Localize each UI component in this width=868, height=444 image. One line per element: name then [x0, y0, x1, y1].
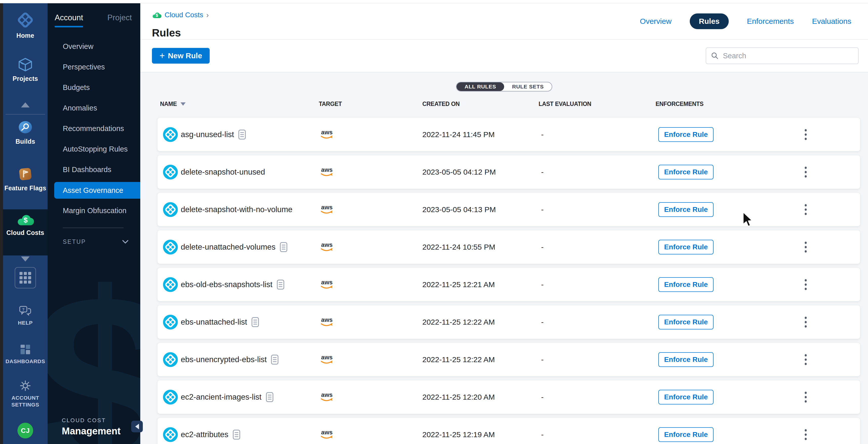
search-input[interactable]: [722, 52, 854, 60]
created-on-value: 2023-05-05 04:13 PM: [422, 205, 496, 214]
row-menu-button[interactable]: [801, 242, 811, 253]
sidebar-item-cloud-costs[interactable]: $ Cloud Costs: [3, 212, 48, 236]
page-title: Rules: [152, 27, 181, 39]
svg-text:aws: aws: [321, 391, 333, 398]
aws-logo-icon: aws: [319, 166, 335, 178]
svg-text:aws: aws: [321, 241, 333, 248]
sidebar-item-feature-flags[interactable]: Feature Flags: [3, 166, 48, 192]
rule-name[interactable]: ec2-attributes: [181, 430, 228, 439]
dashboards-icon: [20, 344, 31, 355]
row-menu-button[interactable]: [801, 204, 811, 215]
tab-account[interactable]: Account: [55, 13, 83, 27]
nav-item-budgets[interactable]: Budgets: [48, 77, 140, 98]
last-evaluation-value: -: [541, 430, 544, 439]
rule-row[interactable]: ec2-attributes aws 2022-11-25 1: [157, 418, 860, 444]
tab-enforcements[interactable]: Enforcements: [747, 17, 794, 26]
module-picker-button[interactable]: [15, 267, 36, 288]
rule-name[interactable]: ec2-ancient-images-list: [181, 392, 261, 402]
rule-row[interactable]: delete-snapshot-with-no-volume aws: [157, 193, 860, 226]
nav-item-asset-governance[interactable]: Asset Governance: [54, 182, 140, 199]
rule-row[interactable]: ec2-ancient-images-list aws 202: [157, 380, 860, 414]
rail-scroll-up-icon[interactable]: [21, 102, 30, 108]
nav-item-perspectives[interactable]: Perspectives: [48, 57, 140, 77]
user-avatar[interactable]: CJ: [18, 423, 33, 438]
row-menu-button[interactable]: [801, 429, 811, 440]
setup-section-toggle[interactable]: SETUP: [63, 236, 129, 248]
tab-project[interactable]: Project: [107, 13, 132, 27]
sidebar-item-home[interactable]: Home: [3, 11, 48, 39]
chevron-left-icon: [135, 424, 139, 429]
enforce-rule-button[interactable]: Enforce Rule: [658, 202, 714, 217]
rule-name[interactable]: ebs-old-ebs-snapshots-list: [181, 280, 273, 289]
description-icon[interactable]: [251, 317, 259, 327]
rule-row[interactable]: ebs-unattached-list aws 2022-11: [157, 305, 860, 339]
rule-name[interactable]: delete-unattached-volumes: [181, 242, 276, 251]
rule-row[interactable]: ebs-old-ebs-snapshots-list aws: [157, 268, 860, 301]
nav-item-overview[interactable]: Overview: [48, 36, 140, 57]
description-icon[interactable]: [280, 242, 288, 253]
sidebar-item-account-settings[interactable]: ACCOUNT SETTINGS: [3, 380, 48, 408]
sort-desc-icon: [181, 102, 186, 106]
rule-name[interactable]: delete-snapshot-unused: [181, 168, 265, 177]
nav-item-anomalies[interactable]: Anomalies: [48, 98, 140, 118]
rail-scroll-down-icon[interactable]: [21, 257, 30, 262]
rule-icon: [162, 277, 178, 292]
row-menu-button[interactable]: [801, 392, 811, 403]
enforce-rule-button[interactable]: Enforce Rule: [658, 165, 714, 179]
enforce-rule-button[interactable]: Enforce Rule: [658, 390, 714, 405]
enforce-rule-button[interactable]: Enforce Rule: [658, 240, 714, 255]
row-menu-button[interactable]: [801, 167, 811, 178]
rule-name[interactable]: asg-unused-list: [181, 130, 234, 139]
aws-logo-icon: aws: [319, 316, 335, 328]
rule-name[interactable]: ebs-unencrypted-ebs-list: [181, 355, 267, 364]
rule-name[interactable]: delete-snapshot-with-no-volume: [181, 205, 292, 214]
plus-icon: +: [159, 51, 165, 60]
nav-item-bi-dashboards[interactable]: BI Dashboards: [48, 159, 140, 180]
description-icon[interactable]: [266, 392, 274, 403]
created-on-value: 2022-11-25 12:21 AM: [422, 280, 495, 289]
new-rule-button[interactable]: + New Rule: [152, 48, 210, 64]
description-icon[interactable]: [232, 429, 241, 440]
nav-item-margin-obfuscation[interactable]: Margin Obfuscation: [48, 201, 140, 221]
tab-evaluations[interactable]: Evaluations: [812, 17, 851, 26]
rule-row[interactable]: delete-snapshot-unused aws 2023: [157, 155, 860, 189]
toggle-rule-sets[interactable]: RULE SETS: [504, 82, 552, 91]
breadcrumb-link[interactable]: Cloud Costs: [164, 11, 203, 19]
sidebar-item-builds[interactable]: Builds: [3, 119, 48, 145]
row-menu-button[interactable]: [801, 354, 811, 365]
rule-row[interactable]: ebs-unencrypted-ebs-list aws 20: [157, 343, 860, 376]
nav-item-recommendations[interactable]: Recommendations: [48, 118, 140, 139]
sidebar-item-dashboards[interactable]: DASHBOARDS: [3, 344, 48, 365]
svg-text:$: $: [24, 216, 28, 224]
rule-row[interactable]: delete-unattached-volumes aws 2: [157, 230, 860, 264]
nav-item-autostopping-rules[interactable]: AutoStopping Rules: [48, 139, 140, 159]
last-evaluation-value: -: [541, 168, 544, 176]
rule-name[interactable]: ebs-unattached-list: [181, 318, 247, 327]
enforce-rule-button[interactable]: Enforce Rule: [658, 277, 714, 292]
last-evaluation-value: -: [541, 318, 544, 326]
row-menu-button[interactable]: [801, 279, 811, 290]
sidebar-item-label: DASHBOARDS: [6, 358, 45, 365]
created-on-value: 2022-11-24 11:45 PM: [422, 130, 495, 139]
cloud-costs-icon: $: [17, 212, 34, 227]
enforce-rule-button[interactable]: Enforce Rule: [658, 352, 714, 367]
browser-chrome-strip: [0, 0, 868, 3]
collapse-nav-button[interactable]: [131, 421, 143, 432]
column-name[interactable]: NAME: [160, 100, 186, 108]
row-menu-button[interactable]: [801, 129, 811, 140]
description-icon[interactable]: [277, 279, 285, 290]
aws-logo-icon: aws: [319, 391, 335, 403]
rule-row[interactable]: asg-unused-list aws 2022-11-24: [157, 118, 860, 151]
toggle-all-rules[interactable]: ALL RULES: [457, 82, 504, 91]
enforce-rule-button[interactable]: Enforce Rule: [658, 127, 714, 142]
sidebar-item-help[interactable]: ? HELP: [3, 305, 48, 326]
tab-overview[interactable]: Overview: [640, 17, 672, 26]
tab-rules[interactable]: Rules: [690, 13, 729, 29]
description-icon[interactable]: [238, 129, 246, 140]
enforce-rule-button[interactable]: Enforce Rule: [658, 315, 714, 329]
description-icon[interactable]: [271, 354, 279, 365]
enforce-rule-button[interactable]: Enforce Rule: [658, 427, 714, 442]
row-menu-button[interactable]: [801, 317, 811, 328]
sidebar-item-projects[interactable]: Projects: [3, 57, 48, 82]
aws-logo-icon: aws: [319, 354, 335, 365]
